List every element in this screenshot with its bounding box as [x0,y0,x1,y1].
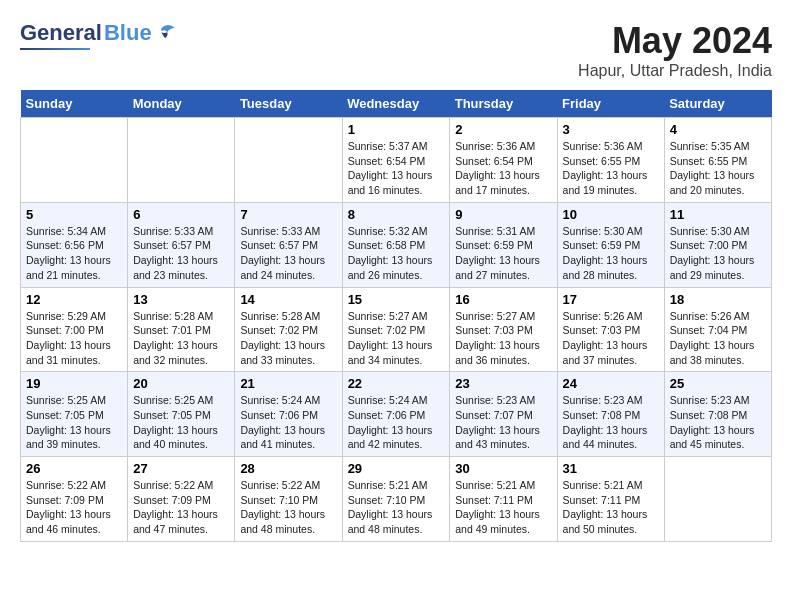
col-saturday: Saturday [664,90,771,118]
table-row: 24Sunrise: 5:23 AMSunset: 7:08 PMDayligh… [557,372,664,457]
table-row: 11Sunrise: 5:30 AMSunset: 7:00 PMDayligh… [664,202,771,287]
calendar-week-row: 5Sunrise: 5:34 AMSunset: 6:56 PMDaylight… [21,202,772,287]
calendar-week-row: 12Sunrise: 5:29 AMSunset: 7:00 PMDayligh… [21,287,772,372]
calendar-header-row: Sunday Monday Tuesday Wednesday Thursday… [21,90,772,118]
table-row [21,118,128,203]
page-subtitle: Hapur, Uttar Pradesh, India [578,62,772,80]
day-number: 29 [348,461,445,476]
day-info: Sunrise: 5:26 AMSunset: 7:04 PMDaylight:… [670,309,766,368]
logo-underline [20,48,90,50]
table-row: 3Sunrise: 5:36 AMSunset: 6:55 PMDaylight… [557,118,664,203]
col-wednesday: Wednesday [342,90,450,118]
page-title: May 2024 [578,20,772,62]
table-row: 14Sunrise: 5:28 AMSunset: 7:02 PMDayligh… [235,287,342,372]
table-row: 29Sunrise: 5:21 AMSunset: 7:10 PMDayligh… [342,457,450,542]
title-block: May 2024 Hapur, Uttar Pradesh, India [578,20,772,80]
table-row: 5Sunrise: 5:34 AMSunset: 6:56 PMDaylight… [21,202,128,287]
calendar-table: Sunday Monday Tuesday Wednesday Thursday… [20,90,772,542]
table-row: 30Sunrise: 5:21 AMSunset: 7:11 PMDayligh… [450,457,557,542]
day-info: Sunrise: 5:37 AMSunset: 6:54 PMDaylight:… [348,139,445,198]
logo-blue: Blue [104,20,152,46]
day-info: Sunrise: 5:33 AMSunset: 6:57 PMDaylight:… [240,224,336,283]
day-info: Sunrise: 5:27 AMSunset: 7:03 PMDaylight:… [455,309,551,368]
table-row: 13Sunrise: 5:28 AMSunset: 7:01 PMDayligh… [128,287,235,372]
day-number: 23 [455,376,551,391]
table-row: 26Sunrise: 5:22 AMSunset: 7:09 PMDayligh… [21,457,128,542]
table-row: 19Sunrise: 5:25 AMSunset: 7:05 PMDayligh… [21,372,128,457]
day-number: 2 [455,122,551,137]
day-info: Sunrise: 5:21 AMSunset: 7:11 PMDaylight:… [563,478,659,537]
table-row: 10Sunrise: 5:30 AMSunset: 6:59 PMDayligh… [557,202,664,287]
day-info: Sunrise: 5:33 AMSunset: 6:57 PMDaylight:… [133,224,229,283]
day-number: 4 [670,122,766,137]
day-info: Sunrise: 5:36 AMSunset: 6:55 PMDaylight:… [563,139,659,198]
day-number: 22 [348,376,445,391]
day-info: Sunrise: 5:23 AMSunset: 7:08 PMDaylight:… [563,393,659,452]
day-number: 25 [670,376,766,391]
table-row: 27Sunrise: 5:22 AMSunset: 7:09 PMDayligh… [128,457,235,542]
table-row: 4Sunrise: 5:35 AMSunset: 6:55 PMDaylight… [664,118,771,203]
col-friday: Friday [557,90,664,118]
calendar-week-row: 19Sunrise: 5:25 AMSunset: 7:05 PMDayligh… [21,372,772,457]
day-info: Sunrise: 5:25 AMSunset: 7:05 PMDaylight:… [26,393,122,452]
table-row: 8Sunrise: 5:32 AMSunset: 6:58 PMDaylight… [342,202,450,287]
table-row: 21Sunrise: 5:24 AMSunset: 7:06 PMDayligh… [235,372,342,457]
table-row: 9Sunrise: 5:31 AMSunset: 6:59 PMDaylight… [450,202,557,287]
day-info: Sunrise: 5:28 AMSunset: 7:01 PMDaylight:… [133,309,229,368]
table-row: 22Sunrise: 5:24 AMSunset: 7:06 PMDayligh… [342,372,450,457]
day-number: 15 [348,292,445,307]
col-sunday: Sunday [21,90,128,118]
day-info: Sunrise: 5:30 AMSunset: 7:00 PMDaylight:… [670,224,766,283]
table-row: 16Sunrise: 5:27 AMSunset: 7:03 PMDayligh… [450,287,557,372]
day-number: 12 [26,292,122,307]
calendar-week-row: 26Sunrise: 5:22 AMSunset: 7:09 PMDayligh… [21,457,772,542]
day-number: 27 [133,461,229,476]
table-row: 18Sunrise: 5:26 AMSunset: 7:04 PMDayligh… [664,287,771,372]
day-info: Sunrise: 5:30 AMSunset: 6:59 PMDaylight:… [563,224,659,283]
day-number: 17 [563,292,659,307]
day-info: Sunrise: 5:22 AMSunset: 7:09 PMDaylight:… [133,478,229,537]
table-row [664,457,771,542]
logo-bird-icon [154,22,176,44]
table-row: 2Sunrise: 5:36 AMSunset: 6:54 PMDaylight… [450,118,557,203]
day-number: 1 [348,122,445,137]
day-number: 16 [455,292,551,307]
day-number: 6 [133,207,229,222]
day-number: 20 [133,376,229,391]
day-info: Sunrise: 5:26 AMSunset: 7:03 PMDaylight:… [563,309,659,368]
day-number: 28 [240,461,336,476]
day-info: Sunrise: 5:22 AMSunset: 7:09 PMDaylight:… [26,478,122,537]
day-number: 30 [455,461,551,476]
logo-general: General [20,20,102,46]
table-row: 28Sunrise: 5:22 AMSunset: 7:10 PMDayligh… [235,457,342,542]
day-number: 11 [670,207,766,222]
day-number: 19 [26,376,122,391]
day-info: Sunrise: 5:21 AMSunset: 7:10 PMDaylight:… [348,478,445,537]
calendar-week-row: 1Sunrise: 5:37 AMSunset: 6:54 PMDaylight… [21,118,772,203]
table-row: 25Sunrise: 5:23 AMSunset: 7:08 PMDayligh… [664,372,771,457]
col-tuesday: Tuesday [235,90,342,118]
day-number: 3 [563,122,659,137]
day-info: Sunrise: 5:22 AMSunset: 7:10 PMDaylight:… [240,478,336,537]
day-number: 9 [455,207,551,222]
day-info: Sunrise: 5:23 AMSunset: 7:07 PMDaylight:… [455,393,551,452]
table-row: 17Sunrise: 5:26 AMSunset: 7:03 PMDayligh… [557,287,664,372]
day-info: Sunrise: 5:31 AMSunset: 6:59 PMDaylight:… [455,224,551,283]
day-number: 31 [563,461,659,476]
page-header: General Blue May 2024 Hapur, Uttar Prade… [20,20,772,80]
col-monday: Monday [128,90,235,118]
day-number: 24 [563,376,659,391]
day-number: 26 [26,461,122,476]
day-info: Sunrise: 5:28 AMSunset: 7:02 PMDaylight:… [240,309,336,368]
table-row: 31Sunrise: 5:21 AMSunset: 7:11 PMDayligh… [557,457,664,542]
day-number: 5 [26,207,122,222]
day-number: 7 [240,207,336,222]
day-number: 18 [670,292,766,307]
table-row: 1Sunrise: 5:37 AMSunset: 6:54 PMDaylight… [342,118,450,203]
table-row [128,118,235,203]
day-number: 21 [240,376,336,391]
day-info: Sunrise: 5:24 AMSunset: 7:06 PMDaylight:… [240,393,336,452]
day-number: 13 [133,292,229,307]
day-info: Sunrise: 5:35 AMSunset: 6:55 PMDaylight:… [670,139,766,198]
table-row: 15Sunrise: 5:27 AMSunset: 7:02 PMDayligh… [342,287,450,372]
